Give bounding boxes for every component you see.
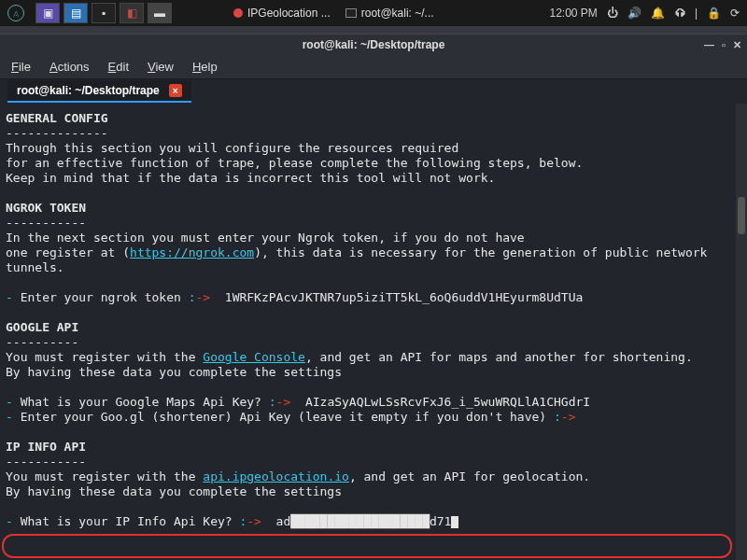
link-ngrok[interactable]: https://ngrok.com	[130, 245, 254, 259]
clock[interactable]: 12:00 PM	[550, 7, 598, 20]
app-icon-1[interactable]: ▣	[35, 3, 60, 23]
section-header: GENERAL CONFIG	[6, 111, 108, 125]
terminal-tab-active[interactable]: root@kali: ~/Desktop/trape ×	[7, 80, 191, 103]
prompt-label: What is your IP Info Api Key?	[21, 514, 233, 528]
app-icon-terminal[interactable]: ▪	[92, 3, 116, 23]
text-line: You must register with the	[6, 350, 203, 364]
dash-icon: -	[6, 410, 13, 424]
text-line: You must register with the	[6, 469, 203, 483]
section-header: NGROK TOKEN	[6, 201, 86, 215]
maximize-button[interactable]: ▫	[722, 39, 726, 51]
text-line: In the next section you must enter your …	[6, 231, 525, 245]
arrow-icon: ->	[196, 290, 211, 304]
window-title: root@kali: ~/Desktop/trape	[303, 38, 445, 51]
text-line: for an effective function of trape, plea…	[6, 156, 583, 170]
section-header: GOOGLE API	[6, 320, 78, 334]
prompt-label: Enter your Goo.gl (shortener) Api Key (l…	[21, 410, 547, 424]
menu-actions[interactable]: Actions	[49, 60, 90, 74]
app-icon-active-terminal[interactable]: ▬	[148, 3, 172, 23]
tab-label: root@kali: ~/Desktop/trape	[17, 84, 160, 97]
terminal-window: root@kali: ~/Desktop/trape — ▫ ✕ File Ac…	[0, 34, 747, 560]
task-button-firefox[interactable]: IPGeolocation ...	[228, 5, 336, 21]
terminal-icon	[345, 8, 357, 18]
menu-view[interactable]: View	[148, 60, 174, 74]
power-icon[interactable]: ⏻	[607, 7, 618, 20]
red-highlight-annotation	[2, 534, 732, 558]
arrow-icon: ->	[247, 514, 261, 528]
menu-edit[interactable]: Edit	[108, 60, 129, 74]
lock-icon[interactable]: 🔒	[707, 7, 721, 20]
task-button-terminal[interactable]: root@kali: ~/...	[340, 5, 440, 21]
divider: |	[695, 7, 698, 20]
arrow-icon: ->	[276, 395, 291, 409]
terminal-menubar: File Actions Edit View Help	[0, 55, 747, 79]
firefox-icon	[233, 8, 243, 18]
text-line: one register at (	[6, 245, 130, 259]
text-line: By having these data you complete the se…	[6, 365, 342, 379]
scrollbar-thumb[interactable]	[738, 197, 745, 234]
text-line: , and get an API for maps and another fo…	[305, 350, 693, 364]
task-label: IPGeolocation ...	[247, 7, 331, 20]
text-line: , and get an API for geolocation.	[349, 469, 590, 483]
terminal-output[interactable]: GENERAL CONFIG -------------- Through th…	[0, 104, 747, 560]
applications-menu[interactable]: ⟑	[0, 0, 32, 26]
prompt-label: Enter your ngrok token	[21, 290, 181, 304]
arrow-icon: ->	[561, 410, 576, 424]
dash-icon: -	[6, 514, 13, 528]
app-icon-4[interactable]: ◧	[120, 3, 144, 23]
updates-icon[interactable]: ⮉	[674, 7, 685, 20]
menu-file[interactable]: File	[11, 60, 31, 74]
link-ipgeolocation[interactable]: api.ipgeolocation.io	[203, 469, 349, 483]
window-list: IPGeolocation ... root@kali: ~/...	[228, 5, 440, 21]
dash-icon: -	[6, 290, 13, 304]
notifications-icon[interactable]: 🔔	[651, 7, 665, 20]
scrollbar[interactable]	[736, 104, 747, 560]
task-label: root@kali: ~/...	[361, 7, 434, 20]
menu-help[interactable]: Help	[192, 60, 218, 74]
text-line: By having these data you complete the se…	[6, 484, 342, 498]
close-button[interactable]: ✕	[733, 39, 741, 51]
top-panel: ⟑ ▣ ▤ ▪ ◧ ▬ IPGeolocation ... root@kali:…	[0, 0, 747, 26]
app-icon-files[interactable]: ▤	[63, 3, 88, 23]
section-dashes: --------------	[6, 126, 108, 140]
ipinfo-key-value: ad███████████████████d71	[276, 514, 452, 528]
ngrok-token-value: 1WRFKzPAcvJKTNR7up5iziTT5kL_6oQ6uddV1HEy…	[225, 290, 584, 304]
kali-logo-icon: ⟑	[7, 5, 24, 21]
text-line: Through this section you will configure …	[6, 141, 458, 155]
section-dashes: -----------	[6, 455, 86, 469]
session-icon[interactable]: ⟳	[730, 7, 740, 20]
volume-icon[interactable]: 🔊	[627, 7, 641, 20]
close-icon[interactable]: ×	[169, 84, 182, 97]
gmaps-key-value: AIzaSyAQLwLSsRcvFxJ6_i_5wuWRQLlA1CHGdrI	[305, 395, 590, 409]
link-google-console[interactable]: Google Console	[203, 350, 305, 364]
section-header: IP INFO API	[6, 440, 86, 454]
dash-icon: -	[6, 395, 13, 409]
minimize-button[interactable]: —	[704, 39, 714, 51]
section-dashes: ----------	[6, 335, 78, 349]
terminal-titlebar[interactable]: root@kali: ~/Desktop/trape — ▫ ✕	[0, 35, 747, 55]
section-dashes: -----------	[6, 216, 86, 230]
cursor	[451, 516, 458, 528]
prompt-label: What is your Google Maps Api Key?	[21, 395, 261, 409]
text-line: Keep in mind that if the data is incorre…	[6, 171, 495, 185]
terminal-tabbar: root@kali: ~/Desktop/trape ×	[0, 79, 747, 104]
quick-launch: ▣ ▤ ▪ ◧ ▬	[35, 3, 172, 23]
